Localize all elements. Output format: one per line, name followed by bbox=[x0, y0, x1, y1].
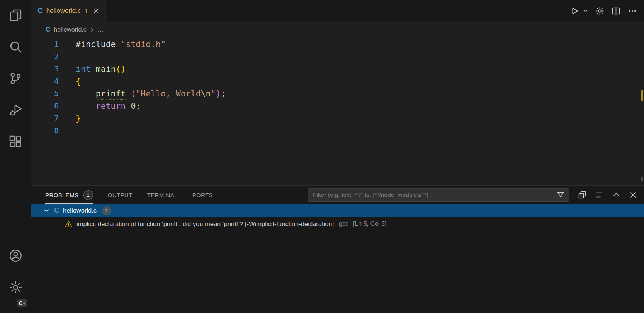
run-button[interactable] bbox=[570, 6, 579, 16]
view-as-table-icon[interactable] bbox=[578, 190, 587, 200]
profile-badge: C+ bbox=[17, 299, 27, 307]
code-token: ; bbox=[136, 101, 141, 111]
code-token: { bbox=[76, 76, 81, 86]
code-text bbox=[76, 125, 644, 137]
account-icon bbox=[8, 249, 23, 264]
chevron-right-icon bbox=[89, 27, 95, 33]
code-line[interactable]: 6 return 0; bbox=[31, 100, 644, 112]
chevron-down-icon[interactable] bbox=[43, 207, 49, 214]
code-line[interactable]: 8 bbox=[31, 125, 644, 137]
source-control-icon bbox=[8, 71, 23, 87]
warning-icon bbox=[65, 220, 73, 228]
code-text: } bbox=[76, 112, 644, 125]
sidebar-item-search[interactable] bbox=[0, 32, 31, 63]
sidebar-item-extensions[interactable] bbox=[0, 127, 31, 158]
panel-tab-terminal[interactable]: TERMINAL bbox=[147, 186, 178, 204]
problems-filter-box bbox=[308, 188, 569, 202]
code-token: () bbox=[116, 64, 126, 74]
panel-tab-ports[interactable]: PORTS bbox=[192, 186, 213, 204]
code-token bbox=[76, 89, 96, 98]
panel-tab-label: PORTS bbox=[192, 192, 213, 198]
code-line[interactable]: 3int main() bbox=[31, 63, 644, 75]
split-editor-icon[interactable] bbox=[611, 6, 621, 16]
code-line[interactable]: 1#include "stdio.h" bbox=[31, 38, 644, 51]
sidebar-item-explorer[interactable] bbox=[0, 0, 31, 32]
problems-filter-input[interactable] bbox=[312, 191, 556, 199]
panel-tab-output[interactable]: OUTPUT bbox=[108, 186, 133, 204]
overview-ruler-warning-mark bbox=[641, 90, 643, 101]
scrollbar-thumb[interactable] bbox=[641, 177, 643, 181]
problem-message: implicit declaration of function ‘prinft… bbox=[76, 220, 334, 228]
problem-item-row[interactable]: implicit declaration of function ‘prinft… bbox=[31, 217, 644, 231]
problems-list: C helloworld.c 1 implicit declaration of… bbox=[31, 204, 644, 313]
code-token bbox=[126, 101, 131, 111]
maximize-panel-chevron-up-icon[interactable] bbox=[612, 190, 621, 200]
editor-tab-helloworld[interactable]: C helloworld.c 1 bbox=[31, 0, 106, 22]
code-token: ; bbox=[221, 89, 226, 98]
panel-tab-label: OUTPUT bbox=[108, 192, 133, 198]
line-number: 3 bbox=[31, 63, 59, 75]
settings-button[interactable]: C+ bbox=[0, 272, 31, 304]
line-number: 2 bbox=[31, 51, 59, 63]
editor-settings-gear-icon[interactable] bbox=[595, 6, 605, 16]
line-number: 6 bbox=[31, 100, 59, 112]
code-token: " bbox=[211, 89, 216, 98]
problems-file-group-row[interactable]: C helloworld.c 1 bbox=[31, 204, 644, 217]
problems-file-name: helloworld.c bbox=[63, 207, 97, 214]
line-number: 5 bbox=[31, 88, 59, 100]
search-icon bbox=[8, 40, 23, 56]
close-panel-icon[interactable] bbox=[629, 190, 638, 200]
code-token: ( bbox=[131, 89, 136, 98]
code-editor[interactable]: 1#include "stdio.h"23int main()4{5 prinf… bbox=[31, 37, 644, 185]
tab-bar: C helloworld.c 1 bbox=[31, 0, 644, 22]
code-token: } bbox=[76, 113, 81, 123]
c-language-icon: C bbox=[54, 206, 59, 215]
code-token: "Hello, World bbox=[136, 89, 201, 98]
tab-problem-count-badge: 1 bbox=[85, 8, 88, 14]
code-text: return 0; bbox=[76, 100, 644, 112]
activity-bar: C+ bbox=[0, 0, 31, 313]
sidebar-item-source-control[interactable] bbox=[0, 63, 31, 95]
code-token: int bbox=[76, 64, 91, 74]
breadcrumb: C helloworld.c ... bbox=[31, 22, 644, 37]
code-token bbox=[91, 64, 96, 74]
panel-header: PROBLEMS 1 OUTPUT TERMINAL PORTS bbox=[31, 186, 644, 204]
code-token: prinft bbox=[96, 89, 126, 98]
editor-actions bbox=[570, 0, 644, 22]
problem-location: [Ln 5, Col 5] bbox=[353, 220, 386, 227]
breadcrumb-filename[interactable]: helloworld.c bbox=[54, 26, 86, 33]
breadcrumb-symbol-ellipsis[interactable]: ... bbox=[98, 26, 104, 33]
code-line[interactable]: 2 bbox=[31, 51, 644, 63]
panel-toolbar bbox=[578, 190, 638, 200]
panel-tab-label: TERMINAL bbox=[147, 192, 178, 198]
line-number: 4 bbox=[31, 75, 59, 88]
code-text: prinft ("Hello, World\n"); bbox=[76, 88, 644, 100]
sidebar-item-run-debug[interactable] bbox=[0, 95, 31, 127]
run-debug-icon bbox=[8, 103, 23, 119]
code-token bbox=[76, 101, 96, 111]
problems-count-badge: 1 bbox=[83, 190, 93, 200]
gear-icon bbox=[8, 280, 23, 296]
explorer-icon bbox=[8, 8, 23, 24]
accounts-button[interactable] bbox=[0, 240, 31, 272]
problem-source: gcc bbox=[339, 220, 348, 227]
close-tab-icon[interactable] bbox=[93, 8, 99, 14]
code-token: return bbox=[96, 101, 126, 111]
file-problem-count-badge: 1 bbox=[102, 206, 111, 215]
line-number: 8 bbox=[31, 125, 59, 137]
more-actions-icon[interactable] bbox=[627, 6, 637, 16]
code-line[interactable]: 7} bbox=[31, 112, 644, 125]
line-number: 7 bbox=[31, 112, 59, 125]
code-token bbox=[116, 39, 121, 49]
code-line[interactable]: 5 prinft ("Hello, World\n"); bbox=[31, 88, 644, 100]
code-token: #include bbox=[76, 39, 116, 49]
run-dropdown-chevron-icon[interactable] bbox=[583, 8, 588, 14]
filter-funnel-icon[interactable] bbox=[556, 191, 565, 199]
panel-tab-problems[interactable]: PROBLEMS 1 bbox=[45, 186, 93, 204]
code-line[interactable]: 4{ bbox=[31, 75, 644, 88]
code-text bbox=[76, 51, 644, 63]
code-text: #include "stdio.h" bbox=[76, 38, 644, 51]
collapse-all-icon[interactable] bbox=[595, 190, 604, 200]
code-token: main bbox=[96, 64, 116, 74]
c-language-icon: C bbox=[46, 26, 50, 34]
